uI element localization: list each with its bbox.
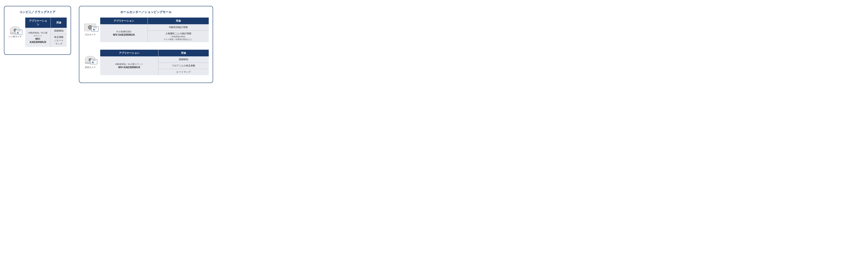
left-use-text-1: 混雑検知 xyxy=(54,29,64,32)
entrance-use-row1: 年齢性別統計情報 xyxy=(148,24,209,31)
entrance-use-text-1: 年齢性別統計情報 xyxy=(169,26,188,29)
entrance-app-cell: AI人物属性識別 WV-XAE205WUX xyxy=(100,24,148,42)
store-camera-label: 店内カメラ xyxy=(85,66,96,69)
store-use-text-3: ヒートマップ xyxy=(176,71,191,73)
store-app-desc: AI動体検知／AI人数カウント xyxy=(102,63,156,66)
store-use-text-1: 混雑検知 xyxy=(179,58,188,61)
badge-ai-text: Ai xyxy=(17,32,19,34)
entrance-camera-block: i-PRO Ai 入口カメラ xyxy=(83,24,97,36)
entrance-app-model: WV-XAE205WUX xyxy=(102,33,145,36)
ai-badge-left: i-PRO Ai xyxy=(15,30,22,35)
left-app-header: アプリケーション xyxy=(25,18,51,28)
ai-badge-entrance: i-PRO Ai xyxy=(91,26,98,32)
badge-ai-text-entrance: Ai xyxy=(93,28,95,31)
right-section: ホームセンター／ショッピングモール i-PRO Ai 入口カメラ xyxy=(79,6,213,83)
left-app-cell: AI動体検知／AI人数カウント WV-XAE300WUX xyxy=(25,28,51,47)
right-section-title: ホームセンター／ショッピングモール xyxy=(83,10,209,14)
badge-ai-text-store: Ai xyxy=(92,61,94,64)
store-app-header: アプリケーション xyxy=(100,50,158,57)
entrance-app-header: アプリケーション xyxy=(100,18,148,24)
entrance-use-sub-2: （半袖長袖の割合、 マスク着用／非着用の割合など） xyxy=(150,35,206,41)
left-section-title: コンビニ／ドラッグストア xyxy=(8,10,67,14)
ai-badge-store: i-PRO Ai xyxy=(90,59,97,64)
left-camera-row: i-PRO Ai レジ前カメラ アプリケーション 用途 AI動体検知／AI人数カ… xyxy=(8,18,67,47)
left-use-row1: 混雑検知 xyxy=(51,28,67,34)
store-use-row3: ヒートマップ xyxy=(158,69,209,75)
store-use-row2: フロアごとの来店者数 xyxy=(158,63,209,69)
entrance-use-header: 用途 xyxy=(148,18,209,24)
table-row: AI動体検知／AI人数カウント WV-XAE300WUX 混雑検知 xyxy=(100,57,209,63)
left-camera-label: レジ前カメラ xyxy=(9,35,22,38)
right-entrance-row: i-PRO Ai 入口カメラ アプリケーション 用途 xyxy=(83,18,209,42)
store-dome-wrapper: i-PRO Ai xyxy=(85,56,95,64)
store-app-model: WV-XAE300WUX xyxy=(102,66,156,69)
left-section: コンビニ／ドラッグストア i-PRO Ai レジ前カメラ アプリケーション xyxy=(4,6,71,55)
store-app-cell: AI動体検知／AI人数カウント WV-XAE300WUX xyxy=(100,57,158,75)
left-use-header: 用途 xyxy=(51,18,67,28)
dome-camera-wrapper: i-PRO Ai xyxy=(10,26,20,34)
entrance-info-table: アプリケーション 用途 AI人物属性識別 WV-XAE205WUX 年齢性別統計… xyxy=(100,18,209,42)
left-use-row2: 来店者数／ヒートマップ xyxy=(51,34,67,47)
left-app-desc: AI動体検知／AI人数カウント xyxy=(28,31,48,37)
table-row: AI動体検知／AI人数カウント WV-XAE300WUX 混雑検知 xyxy=(25,28,67,34)
right-store-row: i-PRO Ai 店内カメラ アプリケーション 用途 xyxy=(83,50,209,75)
entrance-use-row2: 人物属性ごとの統計情報 （半袖長袖の割合、 マスク着用／非着用の割合など） xyxy=(148,31,209,42)
store-camera-block: i-PRO Ai 店内カメラ xyxy=(83,56,97,69)
entrance-app-desc: AI人物属性識別 xyxy=(102,30,145,33)
box-camera-wrapper: i-PRO Ai xyxy=(84,24,96,31)
store-use-row1: 混雑検知 xyxy=(158,57,209,63)
left-use-text-2: 来店者数／ヒートマップ xyxy=(54,36,64,45)
left-info-table: アプリケーション 用途 AI動体検知／AI人数カウント WV-XAE300WUX… xyxy=(25,18,67,47)
entrance-camera-label: 入口カメラ xyxy=(85,33,96,36)
store-info-table: アプリケーション 用途 AI動体検知／AI人数カウント WV-XAE300WUX… xyxy=(100,50,209,75)
store-use-text-2: フロアごとの来店者数 xyxy=(172,64,195,67)
left-app-model: WV-XAE300WUX xyxy=(28,37,48,43)
table-row: AI人物属性識別 WV-XAE205WUX 年齢性別統計情報 xyxy=(100,24,209,31)
right-inner: i-PRO Ai 入口カメラ アプリケーション 用途 xyxy=(83,18,209,79)
entrance-use-text-2: 人物属性ごとの統計情報 xyxy=(165,32,191,35)
store-use-header: 用途 xyxy=(158,50,209,57)
left-camera-block: i-PRO Ai レジ前カメラ xyxy=(8,26,22,38)
